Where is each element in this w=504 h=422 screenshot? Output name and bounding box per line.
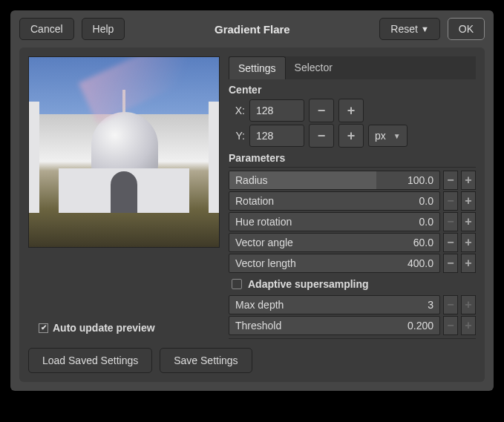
rotation-slider[interactable]: Rotation 0.0 bbox=[229, 191, 440, 211]
threshold-minus: − bbox=[443, 316, 458, 335]
vector-length-minus[interactable]: − bbox=[443, 254, 458, 273]
adaptive-supersampling-checkbox[interactable]: Adaptive supersampling bbox=[229, 274, 476, 294]
x-label: X: bbox=[229, 105, 245, 116]
center-y-minus[interactable]: − bbox=[309, 124, 334, 148]
reset-label: Reset bbox=[390, 23, 418, 35]
vector-angle-slider[interactable]: Vector angle 60.0 bbox=[229, 233, 440, 252]
center-x-plus[interactable]: + bbox=[338, 99, 364, 122]
chevron-down-icon: ▼ bbox=[421, 24, 429, 33]
center-x-row: X: − + bbox=[229, 99, 476, 122]
load-saved-settings-button[interactable]: Load Saved Settings bbox=[28, 348, 152, 373]
param-vector-length: Vector length 400.0 − + bbox=[229, 254, 476, 273]
save-settings-button[interactable]: Save Settings bbox=[160, 348, 252, 373]
parameters-label: Parameters bbox=[229, 152, 476, 164]
center-y-input[interactable] bbox=[249, 125, 304, 147]
param-hue-rotation: Hue rotation 0.0 − + bbox=[229, 212, 476, 231]
dialog-title: Gradient Flare bbox=[132, 23, 372, 36]
settings-pane: Settings Selector Center X: − + Y: − + p bbox=[229, 56, 476, 339]
max-depth-plus: + bbox=[461, 295, 476, 314]
center-x-minus[interactable]: − bbox=[309, 99, 334, 122]
hue-rotation-slider[interactable]: Hue rotation 0.0 bbox=[229, 212, 440, 231]
radius-plus[interactable]: + bbox=[461, 171, 476, 190]
help-button[interactable]: Help bbox=[82, 18, 125, 40]
center-label: Center bbox=[229, 84, 476, 96]
param-vector-angle: Vector angle 60.0 − + bbox=[229, 233, 476, 252]
title-bar: Cancel Help Gradient Flare Reset ▼ OK bbox=[10, 10, 494, 47]
dialog-content: Auto update preview Settings Selector Ce… bbox=[19, 47, 485, 382]
center-y-row: Y: − + px ▼ bbox=[229, 124, 476, 148]
checkbox-icon bbox=[232, 279, 242, 289]
ok-button[interactable]: OK bbox=[448, 18, 485, 40]
param-max-depth: Max depth 3 − + bbox=[229, 295, 476, 314]
vector-angle-plus[interactable]: + bbox=[461, 233, 476, 252]
vector-angle-minus[interactable]: − bbox=[443, 233, 458, 252]
unit-value: px bbox=[375, 130, 386, 142]
preview-pane: Auto update preview bbox=[28, 56, 220, 339]
hue-rotation-minus: − bbox=[443, 212, 458, 231]
preview-image bbox=[28, 56, 220, 248]
reset-button[interactable]: Reset ▼ bbox=[379, 18, 439, 40]
adaptive-label: Adaptive supersampling bbox=[248, 278, 369, 290]
tab-bar: Settings Selector bbox=[229, 56, 476, 79]
cancel-button[interactable]: Cancel bbox=[19, 18, 74, 40]
unit-select[interactable]: px ▼ bbox=[368, 125, 408, 147]
threshold-slider[interactable]: Threshold 0.200 bbox=[229, 316, 440, 335]
chevron-down-icon: ▼ bbox=[393, 132, 401, 140]
radius-minus[interactable]: − bbox=[443, 171, 458, 190]
parameters-list: Radius 100.0 − + Rotation 0.0 − + bbox=[229, 167, 476, 339]
center-y-plus[interactable]: + bbox=[338, 124, 364, 148]
param-threshold: Threshold 0.200 − + bbox=[229, 316, 476, 335]
radius-slider[interactable]: Radius 100.0 bbox=[229, 171, 440, 190]
rotation-plus[interactable]: + bbox=[461, 191, 476, 211]
vector-length-slider[interactable]: Vector length 400.0 bbox=[229, 254, 440, 273]
auto-update-label: Auto update preview bbox=[53, 322, 155, 334]
center-x-input[interactable] bbox=[249, 99, 304, 122]
rotation-minus: − bbox=[443, 191, 458, 211]
param-rotation: Rotation 0.0 − + bbox=[229, 191, 476, 211]
auto-update-preview-checkbox[interactable]: Auto update preview bbox=[28, 322, 220, 334]
param-radius: Radius 100.0 − + bbox=[229, 171, 476, 190]
footer-buttons: Load Saved Settings Save Settings bbox=[28, 348, 476, 373]
y-label: Y: bbox=[229, 130, 245, 142]
dialog-window: Cancel Help Gradient Flare Reset ▼ OK bbox=[10, 10, 494, 391]
max-depth-minus: − bbox=[443, 295, 458, 314]
vector-length-plus[interactable]: + bbox=[461, 254, 476, 273]
hue-rotation-plus[interactable]: + bbox=[461, 212, 476, 231]
max-depth-slider[interactable]: Max depth 3 bbox=[229, 295, 440, 314]
threshold-plus: + bbox=[461, 316, 476, 335]
tab-settings[interactable]: Settings bbox=[229, 56, 286, 79]
check-icon bbox=[39, 323, 48, 333]
tab-selector[interactable]: Selector bbox=[286, 56, 341, 79]
